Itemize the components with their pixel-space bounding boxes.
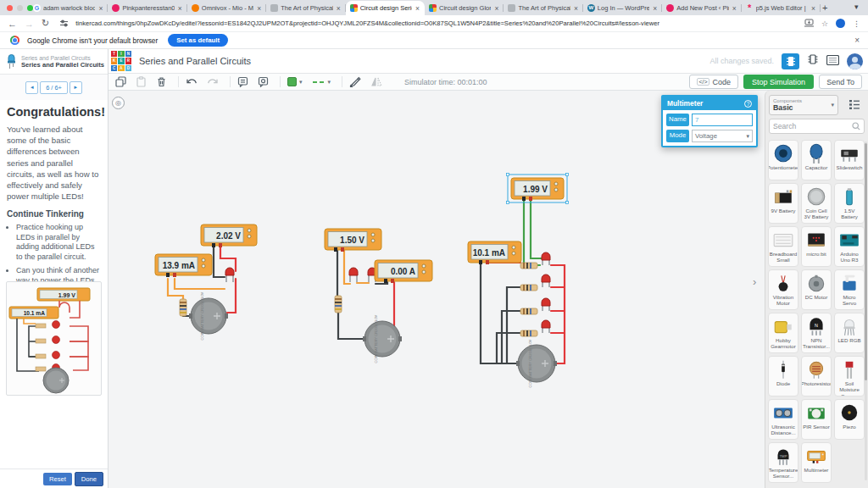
wire-color-dropdown[interactable]: ▾ (287, 77, 303, 86)
component-item[interactable]: Ultrasonic Distance... (768, 399, 798, 440)
tab-search-chevron-icon[interactable]: ▾ (854, 3, 859, 11)
multimeter-voltage-3[interactable]: 1.99 V (507, 174, 569, 204)
browser-tab[interactable]: *p5.js Web Editor | Iced× (742, 1, 821, 15)
tab-close-icon[interactable]: × (177, 4, 183, 13)
undo-icon[interactable] (186, 77, 198, 87)
component-item[interactable]: Arduino Uno R3 (834, 226, 865, 267)
browser-tab[interactable]: Circuit design Glorious× (425, 1, 504, 15)
component-item[interactable]: Diode (768, 356, 798, 396)
profile-avatar[interactable] (836, 19, 845, 28)
copy-icon[interactable] (115, 76, 126, 87)
component-item[interactable]: Soil Moisture Sensor (834, 356, 865, 396)
component-item[interactable]: Photoresistor (801, 356, 832, 396)
window-control-dot[interactable] (7, 5, 13, 11)
coin-cell-battery[interactable]: COIN BATTERY CR2032 3.0V (516, 339, 557, 387)
user-avatar[interactable] (847, 53, 863, 69)
component-item[interactable]: NNPN Transistor... (801, 313, 832, 353)
tab-close-icon[interactable]: × (256, 4, 262, 13)
multimeter-current-3[interactable]: 10.1 mA (468, 241, 521, 264)
name-input[interactable]: 7 (692, 114, 753, 126)
multimeter-voltage-1[interactable]: 2.02 V (201, 225, 257, 247)
components-group-dropdown[interactable]: Components Basic ▾ (769, 95, 838, 115)
resistor[interactable] (180, 299, 186, 316)
tab-close-icon[interactable]: × (493, 4, 499, 13)
component-item[interactable]: Slideswitch (834, 140, 865, 180)
help-icon[interactable]: ? (744, 100, 752, 108)
notes-icon[interactable] (237, 76, 248, 87)
component-item[interactable]: 9V Battery (768, 183, 798, 224)
delete-icon[interactable] (156, 76, 167, 87)
browser-tab[interactable]: Circuit design Series an× (346, 1, 425, 15)
component-item[interactable]: Hobby Gearmotor (768, 313, 798, 353)
led[interactable] (349, 268, 358, 282)
list-view-icon[interactable] (849, 98, 860, 114)
component-item[interactable]: Capacitor (801, 140, 832, 180)
tinkercad-logo[interactable]: TINKERCAD (111, 51, 131, 71)
reload-icon[interactable]: ↻ (42, 18, 49, 29)
component-item[interactable]: Potentiometer (768, 140, 798, 180)
forward-icon[interactable]: → (25, 19, 34, 29)
led[interactable] (225, 268, 234, 282)
mode-select[interactable]: Voltage ▾ (692, 130, 753, 142)
redo-icon[interactable] (207, 77, 219, 87)
component-item[interactable]: Coin Cell 3V Battery (801, 183, 832, 224)
browser-tab[interactable]: Omnivox - Mio - Messa× (187, 1, 266, 15)
set-as-default-button[interactable]: Set as default (168, 34, 228, 47)
multimeter-current-1[interactable]: 13.9 mA (155, 254, 212, 277)
component-item[interactable]: 1.5V Battery (834, 183, 865, 224)
component-labels-icon[interactable] (258, 76, 269, 87)
component-item[interactable]: LED RGB (834, 313, 865, 353)
wire-paint-icon[interactable] (349, 76, 361, 87)
done-button[interactable]: Done (75, 472, 103, 486)
flip-icon[interactable] (370, 76, 383, 87)
component-item[interactable]: Multimeter (801, 442, 832, 483)
reset-button[interactable]: Reset (43, 473, 72, 485)
stop-simulation-button[interactable]: Stop Simulation (743, 75, 814, 89)
pager-next-button[interactable]: ▸ (70, 81, 82, 94)
tab-close-icon[interactable]: × (810, 4, 816, 13)
paste-icon[interactable] (136, 76, 147, 87)
component-item[interactable]: DC Motor (801, 269, 832, 310)
component-item[interactable]: PIR Sensor (801, 399, 832, 440)
components-mode-button[interactable] (782, 53, 799, 69)
panel-scrollbar-thumb[interactable] (865, 143, 867, 380)
zoom-to-fit-button[interactable]: ◎ (112, 97, 125, 109)
tab-close-icon[interactable]: × (415, 4, 420, 13)
tab-close-icon[interactable]: × (732, 4, 737, 13)
breadboard-view-button[interactable] (826, 53, 839, 69)
browser-tab[interactable]: The Art of Physical Co× (266, 1, 345, 15)
browser-tab[interactable]: Pinkpanteresstan04× (108, 1, 186, 15)
tab-close-icon[interactable]: × (652, 4, 658, 13)
browser-tab[interactable]: The Art of Physical Co× (504, 1, 582, 15)
component-item[interactable]: TMPTemperature Sensor... (768, 442, 798, 483)
browser-menu-icon[interactable]: ⋮ (853, 19, 860, 28)
ic-view-button[interactable] (807, 53, 819, 69)
coin-cell-battery[interactable]: COIN BATTERY CR2032 3.0V (189, 291, 228, 340)
back-icon[interactable]: ← (8, 19, 17, 29)
component-item[interactable]: Breadboard Small (768, 226, 798, 267)
browser-tab[interactable]: Add New Post ‹ Pinkpa× (662, 1, 741, 15)
url-bar[interactable]: tinkercad.com/things/0hpZowDKcDy/editel?… (75, 19, 804, 27)
bookmark-star-icon[interactable]: ☆ (821, 19, 828, 28)
coin-cell-battery[interactable]: COIN BATTERY CR2032 3.0V (363, 314, 402, 363)
banner-close-icon[interactable]: × (854, 36, 860, 45)
component-search-input[interactable]: Search (769, 119, 865, 134)
browser-tab[interactable]: Gadam warlock blood so× (29, 1, 108, 15)
new-tab-button[interactable]: + (822, 3, 827, 13)
component-item[interactable]: micro:bit (801, 226, 832, 267)
tab-close-icon[interactable]: × (573, 4, 579, 13)
multimeter-voltage-2[interactable]: 1.50 V (325, 229, 381, 252)
browser-tab[interactable]: WLog In — WordPress.co× (583, 1, 662, 15)
design-title[interactable]: Series and Parallel Circuits (139, 56, 251, 66)
resistor[interactable] (335, 296, 342, 313)
component-item[interactable]: Piezo (834, 399, 865, 440)
tab-close-icon[interactable]: × (97, 4, 103, 13)
send-to-device-icon[interactable] (804, 19, 814, 29)
component-item[interactable]: Vibration Motor (768, 269, 798, 310)
site-settings-icon[interactable] (59, 19, 69, 28)
code-button[interactable]: </>Code (689, 75, 738, 89)
multimeter-current-2[interactable]: 0.00 A (375, 260, 432, 283)
wires-circuit-3[interactable] (481, 199, 565, 363)
component-item[interactable]: Micro Servo (834, 269, 865, 310)
led-column[interactable] (542, 252, 550, 333)
